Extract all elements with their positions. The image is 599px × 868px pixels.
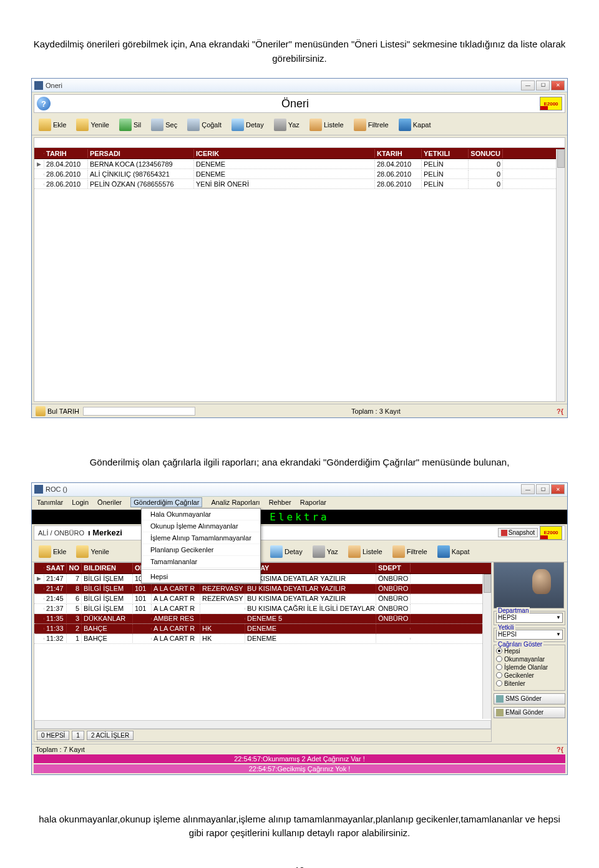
snapshot-button[interactable]: Snapshot xyxy=(498,528,538,537)
maximize-button[interactable]: ☐ xyxy=(536,80,550,90)
radio-okunmayanlar[interactable]: Okunmayanlar xyxy=(496,656,563,663)
dd-hepsi[interactable]: Hepsi xyxy=(142,571,260,583)
col-sonucu[interactable]: SONUCU xyxy=(469,149,503,158)
dd-isleme[interactable]: İşleme Alınıp Tamamlanmayanlar xyxy=(142,532,260,544)
detay-button[interactable]: Detay xyxy=(266,544,307,560)
elektra-banner: Elektra xyxy=(32,510,567,524)
toolbar-2: Ekle Yenile Detay Yaz Listele Filtrele K… xyxy=(32,542,567,562)
filtrele-button[interactable]: Filtrele xyxy=(349,117,393,133)
col-no[interactable]: NO xyxy=(67,563,82,572)
table-row[interactable]: 21:456BİLGİ İŞLEM101A LA CART RREZERVASY… xyxy=(34,594,491,604)
col-sdept[interactable]: SDEPT xyxy=(376,563,411,572)
dd-hala[interactable]: Hala Okunmayanlar xyxy=(142,509,260,520)
ekle-button[interactable]: Ekle xyxy=(34,117,71,133)
help-small-icon[interactable]: ?{ xyxy=(557,746,563,753)
scrollbar-h[interactable] xyxy=(34,720,491,729)
yenile-button[interactable]: Yenile xyxy=(72,544,114,560)
radio-hepsi[interactable]: Hepsi xyxy=(496,648,563,655)
banner: ? Öneri E2000 xyxy=(34,94,565,113)
btn-hepsi[interactable]: 0 HEPSİ xyxy=(37,731,69,740)
select-yetkili[interactable]: HEPSI▼ xyxy=(496,630,563,640)
table-row[interactable]: 11:332BAHÇEA LA CART RHKDENEME xyxy=(34,624,491,634)
table-row[interactable]: 28.06.2010PELİN ÖZKAN (768655576YENİ BİR… xyxy=(34,179,565,189)
table-row[interactable]: 21:375BİLGİ İŞLEM101A LA CART RBU KISIMA… xyxy=(34,604,491,614)
menu-analiz[interactable]: Analiz Raporları xyxy=(211,499,260,507)
select-departman[interactable]: HEPSI▼ xyxy=(496,613,563,623)
find-icon xyxy=(36,406,46,416)
col-bildiren[interactable]: BILDIREN xyxy=(82,563,133,572)
dd-tamamlananlar[interactable]: Tamamlananlar xyxy=(142,556,260,568)
grid-header: TARIH PERSADI ICERIK KTARIH YETKILI SONU… xyxy=(34,148,565,159)
cogalt-button[interactable]: Çoğalt xyxy=(183,117,226,133)
radio-gecikenler[interactable]: Gecikenler xyxy=(496,672,563,679)
window-title: Oneri xyxy=(46,82,521,89)
col-icerik[interactable]: ICERIK xyxy=(194,149,375,158)
minimize-button[interactable]: — xyxy=(521,484,535,494)
btn-acil[interactable]: 2 ACİL İŞLER xyxy=(87,731,134,740)
kapat-button[interactable]: Kapat xyxy=(433,544,474,560)
email-icon xyxy=(496,709,504,716)
help-small-icon[interactable]: ?{ xyxy=(557,407,563,415)
group-cagrilari: Çağrıları Göster Hepsi Okunmayanlar İşle… xyxy=(494,645,565,691)
photo xyxy=(494,562,564,608)
caption-1: Kaydedilmiş önerileri görebilmek için, A… xyxy=(31,37,568,66)
email-button[interactable]: EMail Gönder xyxy=(494,707,565,718)
detail-icon xyxy=(231,119,244,131)
col-ktarih[interactable]: KTARIH xyxy=(375,149,422,158)
scrollbar-v[interactable] xyxy=(556,149,565,401)
minimize-button[interactable]: — xyxy=(521,80,535,90)
bul-label[interactable]: Bul TARIH xyxy=(47,407,79,415)
col-yetkili[interactable]: YETKILI xyxy=(422,149,469,158)
dd-planlanip[interactable]: Planlanıp Gecikenler xyxy=(142,544,260,556)
chevron-down-icon: ▼ xyxy=(556,631,561,637)
list-icon xyxy=(348,545,361,558)
table-row[interactable]: 21:478BİLGİ İŞLEM101A LA CART RREZERVASY… xyxy=(34,584,491,594)
window-oneri: Oneri — ☐ ✕ ? Öneri E2000 Ekle Yenile Si… xyxy=(31,78,568,418)
caption-2b: hala okunmayanlar,okunup işleme alınmaya… xyxy=(31,812,568,841)
col-tarih[interactable]: TARIH xyxy=(44,149,88,158)
close-button[interactable]: ✕ xyxy=(551,80,565,90)
exit-icon xyxy=(437,545,450,558)
dd-okunup[interactable]: Okunup İşleme Alınmayanlar xyxy=(142,520,260,532)
table-row[interactable]: 28.06.2010ALİ ÇİNKILIÇ (987654321DENEME2… xyxy=(34,169,565,179)
help-icon[interactable]: ? xyxy=(37,97,51,110)
filter-icon xyxy=(354,119,366,131)
radio-bitenler[interactable]: Bitenler xyxy=(496,680,563,687)
close-button[interactable]: ✕ xyxy=(551,484,565,494)
maximize-button[interactable]: ☐ xyxy=(536,484,550,494)
sec-button[interactable]: Seç xyxy=(147,117,182,133)
kapat-button[interactable]: Kapat xyxy=(394,117,436,133)
page-number: 18 xyxy=(31,866,568,869)
sil-button[interactable]: Sil xyxy=(115,117,145,133)
menu-gonderdigim[interactable]: Gönderdiğim Çağrılar xyxy=(130,497,202,507)
menu-rehber[interactable]: Rehber xyxy=(269,499,291,507)
btn-1[interactable]: 1 xyxy=(72,731,84,740)
col-persadi[interactable]: PERSADI xyxy=(88,149,194,158)
ekle-button[interactable]: Ekle xyxy=(34,544,71,560)
table-row[interactable]: 11:321BAHÇEA LA CART RHKDENEME xyxy=(34,634,491,644)
listele-button[interactable]: Listele xyxy=(305,117,348,133)
copy-icon xyxy=(187,119,200,131)
e2000-badge: E2000 xyxy=(540,97,562,110)
yaz-button[interactable]: Yaz xyxy=(270,117,304,133)
scrollbar-v[interactable] xyxy=(482,574,491,719)
alert-2: 22:54:57:Gecikmiş Çağrınız Yok ! xyxy=(34,764,565,773)
filtrele-button[interactable]: Filtrele xyxy=(388,544,432,560)
radio-islemde[interactable]: İşlemde Olanlar xyxy=(496,664,563,671)
yaz-button[interactable]: Yaz xyxy=(308,544,343,560)
print-icon xyxy=(274,119,286,131)
table-row[interactable]: 11:353DÜKKANLARAMBER RESDENEME 5ÖNBÜRO xyxy=(34,614,491,624)
table-row[interactable]: ▶28.04.2010BERNA KOCA (123456789DENEME28… xyxy=(34,159,565,169)
menu-oneriler[interactable]: Öneriler xyxy=(97,499,122,507)
table-row[interactable]: ▶21:477BİLGİ İŞLEM101A LA CART RREZERVAS… xyxy=(34,574,491,584)
find-input[interactable] xyxy=(83,407,195,416)
menu-login[interactable]: Login xyxy=(72,499,89,507)
col-detay[interactable]: DETAY xyxy=(245,563,376,572)
col-saat[interactable]: SAAT xyxy=(44,563,67,572)
listele-button[interactable]: Listele xyxy=(344,544,387,560)
detay-button[interactable]: Detay xyxy=(227,117,268,133)
sms-button[interactable]: SMS Gönder xyxy=(494,693,565,705)
yenile-button[interactable]: Yenile xyxy=(72,117,114,133)
menu-raporlar[interactable]: Raporlar xyxy=(300,499,326,507)
menu-tanimlar[interactable]: Tanımlar xyxy=(37,499,63,507)
